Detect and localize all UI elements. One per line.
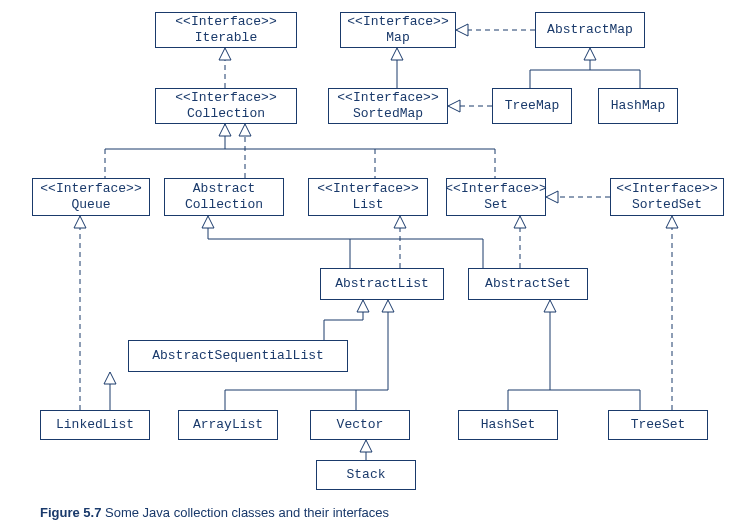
node-label: HashMap xyxy=(611,98,666,114)
node-vector: Vector xyxy=(310,410,410,440)
svg-marker-24 xyxy=(544,300,556,312)
node-tree-map: TreeMap xyxy=(492,88,572,124)
node-abstract-sequential-list: AbstractSequentialList xyxy=(128,340,348,372)
node-label: AbstractSet xyxy=(485,276,571,292)
node-set: <<Interface>> Set xyxy=(446,178,546,216)
node-collection: <<Interface>> Collection xyxy=(155,88,297,124)
svg-marker-21 xyxy=(74,216,86,228)
svg-marker-3 xyxy=(239,124,251,136)
stereotype: <<Interface>> xyxy=(337,90,438,106)
node-abstract-collection: Abstract Collection xyxy=(164,178,284,216)
svg-marker-23 xyxy=(360,440,372,452)
node-label: Abstract xyxy=(193,181,255,197)
node-array-list: ArrayList xyxy=(178,410,278,440)
figure-number: Figure 5.7 xyxy=(40,505,101,520)
node-abstract-set: AbstractSet xyxy=(468,268,588,300)
figure-caption: Figure 5.7 Some Java collection classes … xyxy=(40,505,389,520)
node-sorted-set: <<Interface>> SortedSet xyxy=(610,178,724,216)
node-label: ArrayList xyxy=(193,417,263,433)
node-label: Map xyxy=(386,30,409,46)
node-label: SortedSet xyxy=(632,197,702,213)
svg-marker-17 xyxy=(382,300,394,312)
node-label: AbstractList xyxy=(335,276,429,292)
node-label: HashSet xyxy=(481,417,536,433)
svg-marker-8 xyxy=(219,124,231,136)
stereotype: <<Interface>> xyxy=(347,14,448,30)
node-label: AbstractSequentialList xyxy=(152,348,324,364)
stereotype: <<Interface>> xyxy=(175,14,276,30)
node-label: Set xyxy=(484,197,507,213)
node-label: List xyxy=(352,197,383,213)
svg-marker-32 xyxy=(448,100,460,112)
svg-marker-12 xyxy=(394,216,406,228)
node-label: Stack xyxy=(346,467,385,483)
node-label: Collection xyxy=(185,197,263,213)
node-hash-map: HashMap xyxy=(598,88,678,124)
node-label: Iterable xyxy=(195,30,257,46)
stereotype: <<Interface>> xyxy=(616,181,717,197)
node-label: SortedMap xyxy=(353,106,423,122)
node-label: AbstractMap xyxy=(547,22,633,38)
node-hash-set: HashSet xyxy=(458,410,558,440)
svg-marker-1 xyxy=(219,48,231,60)
connectors xyxy=(0,0,752,528)
svg-marker-15 xyxy=(514,216,526,228)
stereotype: <<Interface>> xyxy=(175,90,276,106)
svg-marker-16 xyxy=(357,300,369,312)
node-label: Vector xyxy=(337,417,384,433)
diagram-canvas: <<Interface>> Iterable <<Interface>> Map… xyxy=(0,0,752,528)
node-label: Collection xyxy=(187,106,265,122)
node-stack: Stack xyxy=(316,460,416,490)
stereotype: <<Interface>> xyxy=(317,181,418,197)
node-tree-set: TreeSet xyxy=(608,410,708,440)
stereotype: <<Interface>> xyxy=(445,181,546,197)
svg-marker-19 xyxy=(104,372,116,384)
node-map: <<Interface>> Map xyxy=(340,12,456,48)
svg-marker-26 xyxy=(666,216,678,228)
node-sorted-map: <<Interface>> SortedMap xyxy=(328,88,448,124)
node-label: Queue xyxy=(71,197,110,213)
stereotype: <<Interface>> xyxy=(40,181,141,197)
node-abstract-list: AbstractList xyxy=(320,268,444,300)
svg-marker-28 xyxy=(456,24,468,36)
node-label: TreeMap xyxy=(505,98,560,114)
svg-marker-10 xyxy=(546,191,558,203)
node-queue: <<Interface>> Queue xyxy=(32,178,150,216)
node-label: TreeSet xyxy=(631,417,686,433)
node-abstract-map: AbstractMap xyxy=(535,12,645,48)
svg-marker-30 xyxy=(391,48,403,60)
figure-text: Some Java collection classes and their i… xyxy=(105,505,389,520)
node-label: LinkedList xyxy=(56,417,134,433)
node-iterable: <<Interface>> Iterable xyxy=(155,12,297,48)
svg-marker-13 xyxy=(202,216,214,228)
svg-marker-33 xyxy=(584,48,596,60)
node-linked-list: LinkedList xyxy=(40,410,150,440)
node-list: <<Interface>> List xyxy=(308,178,428,216)
